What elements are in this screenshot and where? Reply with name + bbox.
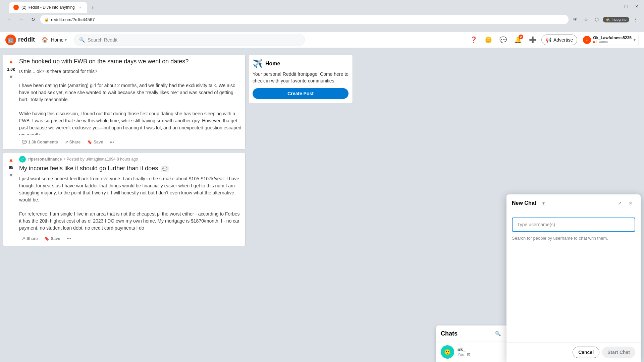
share-icon: ↗	[22, 236, 25, 241]
downvote-button[interactable]: ▼	[7, 73, 15, 81]
post-body: Is this... ok? Is there protocol for thi…	[19, 68, 243, 135]
search-bar[interactable]: 🔍 Search Reddit	[73, 34, 305, 46]
post-content: r/ r/personalfinance • Posted by u/Imagi…	[19, 156, 243, 243]
new-chat-body: Search for people by username to chat wi…	[506, 212, 641, 342]
share-button[interactable]: ↗ Share	[62, 138, 83, 146]
home-nav[interactable]: 🏠 Home ▾	[39, 34, 69, 46]
save-button[interactable]: 🔖 Save	[85, 138, 106, 146]
sidebar-home-card: ✈️ Home Your personal Reddit frontpage. …	[248, 55, 353, 103]
reddit-app: 🤖 reddit 🏠 Home ▾ 🔍 Search Reddit ❓ 🪙 💬 …	[0, 32, 644, 362]
new-chat-popout-button[interactable]: ↗	[615, 198, 625, 208]
new-chat-footer: Cancel Start Chat	[506, 342, 641, 362]
back-button[interactable]: ←	[4, 14, 14, 24]
home-sidebar-icon: ✈️	[253, 59, 263, 68]
incognito-hat-icon: 🕵	[605, 17, 610, 22]
window-close-button[interactable]: ×	[632, 2, 641, 11]
address-bar[interactable]: 🔒	[40, 15, 569, 24]
new-tab-button[interactable]: +	[88, 3, 98, 13]
start-chat-button[interactable]: Start Chat	[602, 347, 635, 358]
browser-chrome: r (2) Reddit - Dive into anything × + — …	[0, 0, 644, 32]
share-button[interactable]: ↗ Share	[19, 234, 40, 243]
reddit-logo-icon: 🤖	[5, 35, 16, 45]
post-actions: ↗ Share 🔖 Save •••	[19, 234, 243, 243]
user-info: Ok_Lawfulness5235 1 karma	[593, 36, 632, 44]
username: Ok_Lawfulness5235	[593, 36, 632, 40]
create-post-button[interactable]: Create Post	[253, 88, 348, 99]
chat-preview: You: 🖼	[458, 352, 508, 357]
save-button[interactable]: 🔖 Save	[42, 234, 63, 243]
post-actions: 💬 1.3k Comments ↗ Share 🔖 Save •••	[19, 138, 243, 146]
maximize-button[interactable]: □	[621, 2, 631, 11]
notifications-button[interactable]: 🔔 2	[512, 34, 524, 46]
chat-search-button[interactable]: 🔍	[493, 329, 502, 338]
new-chat-dropdown-button[interactable]: ▾	[539, 198, 548, 208]
vote-count: 1.0k	[7, 67, 15, 72]
tab-bar: r (2) Reddit - Dive into anything × +	[7, 0, 100, 13]
bookmark-icon[interactable]: ☆	[581, 15, 591, 24]
username-input[interactable]	[517, 222, 630, 227]
user-menu[interactable]: U Ok_Lawfulness5235 1 karma ▾	[580, 34, 639, 46]
reddit-logo-text: reddit	[18, 36, 35, 43]
home-icon: 🏠	[42, 37, 48, 43]
reddit-logo[interactable]: 🤖 reddit	[5, 35, 35, 45]
forward-button[interactable]: →	[16, 14, 26, 24]
user-avatar: U	[583, 36, 591, 44]
megaphone-icon: 📢	[546, 37, 551, 43]
sidebar: ✈️ Home Your personal Reddit frontpage. …	[248, 48, 353, 362]
more-button[interactable]: •••	[64, 234, 74, 243]
downvote-button[interactable]: ▼	[7, 171, 15, 179]
chat-icon-button[interactable]: 💬	[497, 34, 509, 46]
toolbar-icons: 👁 ☆ ⬡ 🕵 Incognito ⋮	[571, 15, 640, 24]
image-icon: 🖼	[467, 353, 471, 357]
post-content: She hooked up with FWB on the same days …	[19, 58, 243, 146]
new-chat-title: New Chat	[512, 200, 536, 206]
comments-button[interactable]: 💬 1.3k Comments	[19, 138, 61, 146]
post-votes: ▲ 95 ▼	[6, 156, 16, 243]
feed: ▲ 1.0k ▼ She hooked up with FWB on the s…	[0, 48, 248, 362]
chat-avatar: 🙂	[441, 345, 454, 359]
search-icon: 🔍	[79, 37, 85, 43]
post-title[interactable]: She hooked up with FWB on the same days …	[19, 58, 243, 65]
chats-panel-title: Chats	[441, 330, 458, 337]
advertise-button[interactable]: 📢 Advertise	[541, 35, 577, 45]
post-card: ▲ 1.0k ▼ She hooked up with FWB on the s…	[3, 55, 246, 149]
reddit-header: 🤖 reddit 🏠 Home ▾ 🔍 Search Reddit ❓ 🪙 💬 …	[0, 32, 644, 48]
home-label: Home	[51, 37, 63, 43]
upvote-button[interactable]: ▲	[7, 156, 15, 164]
menu-icon[interactable]: ⋮	[631, 15, 640, 24]
add-icon-button[interactable]: ➕	[527, 34, 539, 46]
new-chat-header: New Chat ▾ ↗ ✕	[506, 194, 641, 212]
karma-icon	[593, 41, 595, 43]
post-body: I just want some honest feedback from ev…	[19, 175, 243, 232]
header-actions: ❓ 🪙 💬 🔔 2 ➕ 📢 Advertise U Ok_Lawfulness5…	[468, 34, 639, 46]
comments-icon: 💬	[22, 140, 27, 144]
lock-icon: 🔒	[44, 17, 49, 22]
chat-name: ok_	[458, 347, 508, 352]
tab-title: (2) Reddit - Dive into anything	[21, 5, 75, 10]
coins-icon-button[interactable]: 🪙	[482, 34, 494, 46]
post-title[interactable]: My income feels like it should go furthe…	[19, 165, 243, 172]
subreddit-icon: r/	[19, 156, 26, 163]
new-chat-title-area: New Chat ▾	[512, 198, 548, 208]
no-tracking-icon[interactable]: 👁	[571, 15, 580, 24]
vote-count: 95	[9, 165, 13, 170]
notification-badge: 2	[519, 35, 523, 39]
extension-icon[interactable]: ⬡	[592, 15, 601, 24]
chat-info: ok_ You: 🖼	[458, 347, 508, 357]
username-input-container[interactable]	[512, 218, 635, 232]
active-tab[interactable]: r (2) Reddit - Dive into anything ×	[9, 2, 87, 13]
user-menu-chevron: ▾	[634, 38, 636, 42]
new-chat-close-button[interactable]: ✕	[626, 198, 635, 208]
search-hint: Search for people by username to chat wi…	[512, 236, 635, 241]
upvote-button[interactable]: ▲	[7, 58, 15, 66]
tab-close-button[interactable]: ×	[77, 5, 83, 10]
post-votes: ▲ 1.0k ▼	[6, 58, 16, 146]
cancel-button[interactable]: Cancel	[573, 347, 599, 358]
new-chat-controls: ↗ ✕	[615, 198, 635, 208]
more-button[interactable]: •••	[107, 138, 117, 146]
address-input[interactable]	[51, 17, 565, 22]
help-icon-button[interactable]: ❓	[468, 34, 480, 46]
minimize-button[interactable]: —	[610, 2, 620, 11]
tab-favicon: r	[13, 5, 19, 10]
refresh-button[interactable]: ↻	[28, 14, 38, 24]
